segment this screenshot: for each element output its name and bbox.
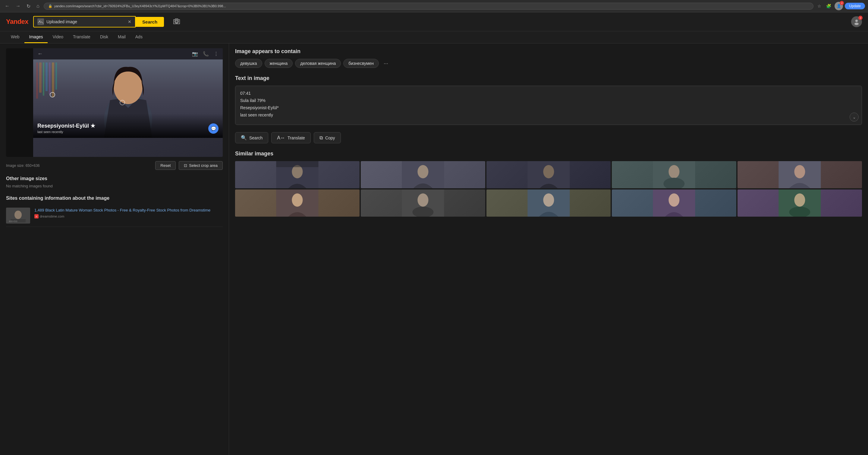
similar-image-8[interactable] <box>487 190 611 217</box>
search-input-wrapper[interactable]: Uploaded image ✕ <box>33 16 135 27</box>
notification-badge: 2 <box>840 1 844 5</box>
similar-image-5[interactable] <box>738 161 862 188</box>
svg-point-5 <box>855 23 859 25</box>
tab-mail[interactable]: Mail <box>113 31 130 43</box>
copy-icon: ⧉ <box>319 135 323 141</box>
phone-action-icons: 📷 📞 ⋮ <box>192 51 218 57</box>
reset-button[interactable]: Reset <box>155 161 176 170</box>
yandex-logo[interactable]: Yandex <box>6 18 28 26</box>
copy-action-button[interactable]: ⧉ Copy <box>314 132 341 143</box>
svg-point-16 <box>417 165 428 178</box>
tag-chip-2[interactable]: деловая женщина <box>295 59 341 68</box>
tab-ads[interactable]: Ads <box>130 31 147 43</box>
similar-image-6[interactable] <box>235 190 360 217</box>
svg-rect-14 <box>276 161 318 167</box>
text-line-3: last seen recently <box>240 113 857 117</box>
svg-point-18 <box>543 165 554 178</box>
translate-action-button[interactable]: A↔ Translate <box>271 132 311 143</box>
radio-button-left[interactable] <box>50 92 55 97</box>
similar-image-7[interactable] <box>361 190 485 217</box>
back-arrow-icon[interactable]: ← <box>37 51 43 57</box>
home-button[interactable]: ⌂ <box>35 3 41 9</box>
contains-section: Image appears to contain девушка женщина… <box>235 48 862 68</box>
back-button[interactable]: ← <box>3 3 11 9</box>
image-size-label: Image size: 650×636 <box>6 164 40 168</box>
contains-title: Image appears to contain <box>235 48 862 55</box>
svg-text:800×533: 800×533 <box>9 220 18 222</box>
svg-point-2 <box>175 20 179 23</box>
site-info: 1,489 Black Latin Mature Woman Stock Pho… <box>34 207 223 219</box>
similar-image-3[interactable] <box>487 161 611 188</box>
lock-icon: 🔒 <box>48 4 53 8</box>
radio-button-center[interactable] <box>120 100 125 105</box>
svg-point-25 <box>292 193 303 207</box>
tab-video[interactable]: Video <box>48 31 68 43</box>
update-button[interactable]: Update <box>845 3 865 9</box>
similar-image-4[interactable] <box>612 161 736 188</box>
search-input-text: Uploaded image <box>46 19 125 24</box>
phone-call-icon[interactable]: 📞 <box>203 51 209 57</box>
address-bar[interactable]: 🔒 yandex.com/images/search?cbir_id=76092… <box>44 3 814 10</box>
svg-point-23 <box>795 165 805 178</box>
site-result-item: 800×533 1,489 Black Latin Mature Woman S… <box>6 205 223 227</box>
uploaded-image-thumb <box>37 19 44 25</box>
similar-image-10[interactable] <box>738 190 862 217</box>
search-clear-button[interactable]: ✕ <box>128 19 131 24</box>
other-sizes-title: Other image sizes <box>6 176 223 181</box>
more-options-icon[interactable]: ⋮ <box>214 51 218 57</box>
left-panel: ← 📷 📞 ⋮ <box>0 44 229 455</box>
tab-translate[interactable]: Translate <box>68 31 95 43</box>
image-action-buttons: Reset ⊡ Select crop area <box>155 161 223 170</box>
svg-point-20 <box>669 165 680 178</box>
tag-chip-3[interactable]: бизнесвумен <box>343 59 379 68</box>
similar-images-section: Similar images <box>235 150 862 217</box>
tag-chip-0[interactable]: девушка <box>235 59 262 68</box>
sites-section-title: Sites containing information about the i… <box>6 196 223 201</box>
tab-images[interactable]: Images <box>24 31 48 43</box>
chat-bubble[interactable]: 💬 <box>208 123 218 134</box>
header-avatar-badge: 2 <box>858 16 863 20</box>
svg-point-4 <box>855 20 858 22</box>
more-tags-button[interactable]: ··· <box>381 59 391 68</box>
similar-image-2[interactable] <box>361 161 485 188</box>
other-sizes-section: Other image sizes No matching images fou… <box>6 176 223 188</box>
url-text: yandex.com/images/search?cbir_id=760924%… <box>54 4 226 8</box>
reload-button[interactable]: ↻ <box>25 3 32 10</box>
browser-actions: ☆ 🧩 👤 2 Update <box>816 2 865 10</box>
tag-chip-1[interactable]: женщина <box>265 59 293 68</box>
translate-icon: A↔ <box>277 135 285 141</box>
similar-image-1[interactable] <box>235 161 360 188</box>
svg-point-30 <box>543 193 554 207</box>
select-crop-button[interactable]: ⊡ Select crop area <box>179 161 223 170</box>
nav-tabs: Web Images Video Translate Disk Mail Ads <box>0 31 868 44</box>
text-in-image-section: Text in image 07:41 Sula ilail 79% Resep… <box>235 75 862 125</box>
sites-section: Sites containing information about the i… <box>6 196 223 227</box>
yandex-header: Yandex Uploaded image ✕ Search 2 <box>0 12 868 31</box>
search-button[interactable]: Search <box>135 17 164 27</box>
no-results-text: No matching images found <box>6 184 223 188</box>
extensions-button[interactable]: 🧩 <box>825 3 833 9</box>
svg-point-27 <box>417 193 428 207</box>
site-link[interactable]: 1,489 Black Latin Mature Woman Stock Pho… <box>34 208 210 212</box>
search-bar-container: Uploaded image ✕ Search <box>33 16 164 27</box>
camera-search-button[interactable] <box>173 18 180 26</box>
expand-text-button[interactable]: ⌄ <box>849 113 859 122</box>
tab-disk[interactable]: Disk <box>95 31 113 43</box>
svg-point-9 <box>14 210 22 219</box>
profile-avatar[interactable]: 👤 2 <box>835 2 843 10</box>
header-avatar[interactable]: 2 <box>851 16 862 27</box>
svg-point-3 <box>176 21 178 22</box>
similar-images-title: Similar images <box>235 150 862 157</box>
tab-web[interactable]: Web <box>6 31 24 43</box>
image-controls: Image size: 650×636 Reset ⊡ Select crop … <box>6 161 223 170</box>
forward-button[interactable]: → <box>14 3 22 9</box>
similar-image-9[interactable] <box>612 190 736 217</box>
bookmark-button[interactable]: ☆ <box>816 3 823 9</box>
video-call-icon[interactable]: 📷 <box>192 51 198 57</box>
svg-rect-0 <box>38 19 43 24</box>
tag-chips: девушка женщина деловая женщина бизнесву… <box>235 59 862 68</box>
image-preview-container: ← 📷 📞 ⋮ <box>6 48 223 157</box>
browser-chrome: ← → ↻ ⌂ 🔒 yandex.com/images/search?cbir_… <box>0 0 868 12</box>
search-action-button[interactable]: 🔍 Search <box>235 132 268 143</box>
text-line-1: Sula ilail 79% <box>240 98 857 103</box>
